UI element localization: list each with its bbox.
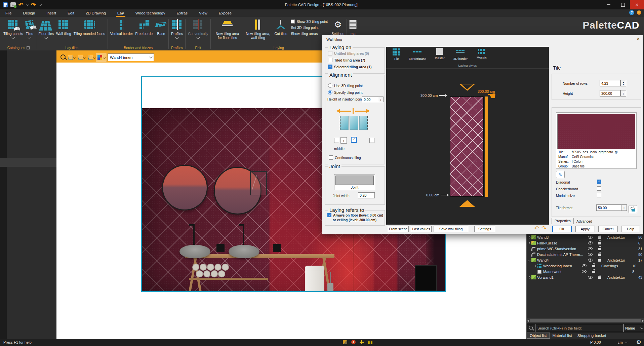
- height-pick-spinner[interactable]: ↕: [378, 97, 384, 102]
- search-input[interactable]: [535, 324, 623, 332]
- aspect-lock-button[interactable]: [629, 205, 637, 213]
- unlocked-icon[interactable]: [598, 254, 601, 256]
- profiles-button[interactable]: Profiles: [170, 17, 184, 39]
- minimize-button[interactable]: [602, 0, 616, 9]
- unlocked-icon[interactable]: [598, 248, 601, 250]
- unlocked-icon[interactable]: [592, 271, 595, 273]
- menu-lay[interactable]: Lay: [117, 10, 125, 16]
- view-chevron-icon[interactable]: [73, 56, 76, 59]
- menu-insert[interactable]: Insert: [46, 10, 57, 16]
- always-on-floor-checkbox[interactable]: Always on floor (level: 0.00 cm): [327, 213, 383, 217]
- undo-icon[interactable]: ↶: [18, 2, 23, 8]
- set-3d-tiling-point-command[interactable]: Set 3D tiling point: [291, 26, 328, 30]
- free-border-button[interactable]: Free border: [135, 17, 155, 36]
- material-brush-button[interactable]: ✎: [556, 171, 565, 178]
- align-middle-checkbox[interactable]: [351, 137, 357, 143]
- style-tab-tile[interactable]: Tile: [386, 48, 406, 61]
- dialog-close-icon[interactable]: ✕: [637, 37, 640, 41]
- catalogues-dialog-launcher-icon[interactable]: [27, 46, 30, 49]
- menu-wood-technology[interactable]: Wood technology: [135, 10, 166, 16]
- preview-wall-strip[interactable]: [450, 97, 484, 197]
- maximize-button[interactable]: [616, 0, 630, 9]
- height-input[interactable]: [600, 90, 620, 97]
- tab-advanced[interactable]: Advanced: [574, 219, 595, 224]
- zoom-icon[interactable]: [61, 54, 66, 60]
- redo-icon[interactable]: ↷: [31, 2, 36, 8]
- menu-view[interactable]: View: [198, 10, 208, 16]
- tree-horizontal-scrollbar[interactable]: [527, 318, 644, 323]
- dialog-redo-icon[interactable]: ↷: [541, 225, 547, 232]
- specify-tiling-point-radio[interactable]: Specify tiling point: [328, 90, 363, 94]
- style-tab-3d-border[interactable]: 3D border: [450, 48, 471, 61]
- save-icon[interactable]: [3, 2, 8, 7]
- tree-row-mauerwerk[interactable]: Mauerwerk 8: [527, 269, 644, 274]
- tab-properties[interactable]: Properties: [552, 218, 574, 224]
- continuous-tiling-checkbox[interactable]: Continuous tiling: [329, 155, 361, 160]
- use-3d-tiling-point-radio[interactable]: Use 3D tiling point: [328, 83, 363, 88]
- tab-shopping-basket[interactable]: Shopping basket: [575, 333, 609, 338]
- tree-row-wand4[interactable]: Wand4 Architektur 17: [527, 257, 644, 263]
- cut-tiles-button[interactable]: Cut tiles: [274, 17, 288, 36]
- unlocked-icon[interactable]: [592, 265, 595, 267]
- search-field-selector[interactable]: Name: [623, 324, 644, 332]
- style-tab-mosaic[interactable]: Mosaic: [472, 48, 492, 59]
- tab-object-list[interactable]: Object list: [527, 333, 550, 339]
- screenshot-icon[interactable]: [10, 2, 16, 7]
- view-selector[interactable]: Wand4 innen: [108, 53, 154, 61]
- dialog-undo-icon[interactable]: ↶: [534, 225, 539, 232]
- tab-material-list[interactable]: Material list: [550, 333, 575, 338]
- crosshair-toggle-icon[interactable]: [360, 340, 364, 344]
- scroll-right-icon[interactable]: [642, 319, 644, 322]
- light-toggle-icon[interactable]: [351, 340, 356, 344]
- visibility-eye-icon[interactable]: [582, 264, 587, 267]
- close-button[interactable]: ✕: [630, 0, 644, 9]
- expander-icon[interactable]: [527, 276, 531, 278]
- module-size-checkbox[interactable]: [597, 193, 601, 197]
- settings-button[interactable]: ⚙ Settings: [331, 17, 345, 36]
- unlocked-icon[interactable]: [598, 276, 601, 279]
- from-scene-button[interactable]: From scene: [388, 226, 409, 232]
- tile-swatch[interactable]: Tile:fl0505_ces_icolo_grgranato_gl Manuf…: [556, 112, 637, 169]
- align-left-checkbox[interactable]: [334, 138, 339, 143]
- expander-icon[interactable]: [527, 236, 531, 238]
- tiling-preview-canvas[interactable]: 300.00 cm ☚ 300.00 cm 0.00 cm: [386, 68, 549, 225]
- menu-2d-drawing[interactable]: 2D Drawing: [85, 10, 107, 16]
- untiled-area-checkbox[interactable]: Untiled tiling area (0): [328, 51, 369, 55]
- menu-design[interactable]: Design: [23, 10, 36, 16]
- grid-toggle-icon[interactable]: [368, 340, 372, 344]
- tile-format-input[interactable]: [596, 204, 621, 211]
- visibility-eye-icon[interactable]: [588, 259, 593, 262]
- tree-row-film-kulisse[interactable]: Film-Kulisse 6: [527, 240, 644, 246]
- menu-extras[interactable]: Extras: [176, 10, 189, 16]
- style-tab-plaster[interactable]: Plaster: [430, 48, 450, 60]
- material-list-button[interactable]: ma: [349, 17, 357, 36]
- menu-expose[interactable]: Exposé: [218, 10, 232, 16]
- checkerboard-checkbox[interactable]: [597, 186, 601, 191]
- visibility-eye-icon[interactable]: [588, 247, 593, 250]
- menu-file[interactable]: File: [5, 10, 12, 16]
- tiling-panels-button[interactable]: Tiling panels: [3, 17, 24, 39]
- diagonal-checkbox[interactable]: [597, 180, 601, 184]
- new-tiling-area-wall-button[interactable]: New tiling area, wall tiling: [243, 17, 273, 40]
- selected-area-checkbox[interactable]: Selected tiling area (1): [328, 65, 371, 69]
- tiling-settings-button[interactable]: Settings: [474, 226, 495, 232]
- undo-dropdown-chevron-icon[interactable]: [26, 3, 29, 6]
- menu-edit[interactable]: Edit: [67, 10, 75, 16]
- status-gear-icon[interactable]: ⚙: [636, 339, 641, 345]
- last-values-button[interactable]: Last values: [411, 226, 432, 232]
- joint-width-input[interactable]: [358, 192, 375, 198]
- cut-vertically-button[interactable]: ✂ Cut vertically: [187, 17, 209, 39]
- vertical-border-button[interactable]: Vertical border: [110, 17, 134, 36]
- expander-icon[interactable]: [527, 259, 531, 261]
- tree-row-wc[interactable]: prime WC Standversion 31: [527, 246, 644, 252]
- floor-tiles-button[interactable]: Floor tiles: [38, 17, 55, 39]
- style-tab-border-base[interactable]: Border/Base: [407, 48, 428, 61]
- format-pick-spinner[interactable]: ↕: [621, 204, 627, 211]
- rows-spinner[interactable]: ▲▼: [620, 80, 626, 86]
- visibility-eye-icon[interactable]: [588, 236, 593, 239]
- show-3d-tiling-point-checkbox[interactable]: Show 3D tiling point: [291, 20, 328, 24]
- unlocked-icon[interactable]: [598, 259, 601, 262]
- unit-selector[interactable]: cm: [618, 340, 627, 344]
- apply-button[interactable]: Apply: [575, 226, 595, 232]
- tree-row-wandbelag[interactable]: Wandbelag Innen Coverings 16: [527, 263, 644, 269]
